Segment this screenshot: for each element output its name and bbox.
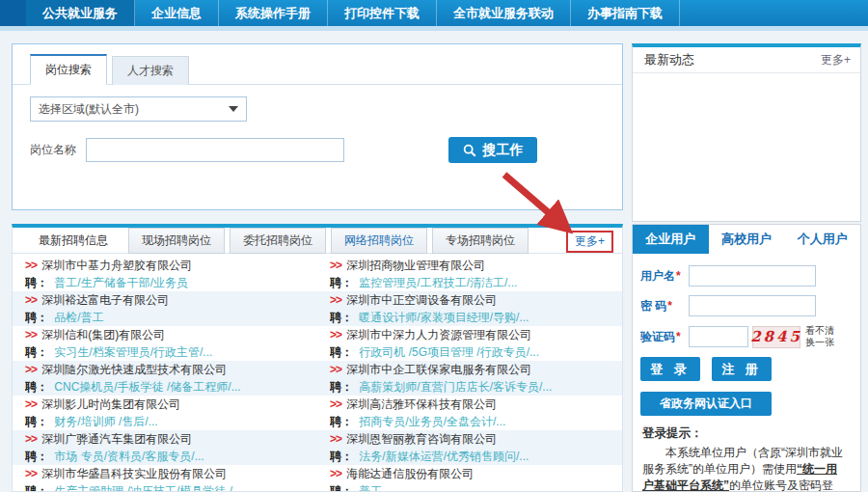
job-listing: >> 深圳市中企工联保家电服务有限公司 聘： 高薪策划师/直营门店店长/客诉专员… xyxy=(317,361,622,396)
recruitment-more-link[interactable]: 更多+ xyxy=(575,234,605,248)
item-prefix: >> xyxy=(25,467,37,480)
job-listing: >> 深圳影儿时尚集团有限公司 聘： 财务/培训师 /售后/... xyxy=(13,396,317,430)
job-titles-link[interactable]: 实习生/档案管理员/行政主管/... xyxy=(54,345,212,359)
job-titles-link[interactable]: 市场 专员/资料员/客服专员/... xyxy=(54,450,203,463)
login-tab[interactable]: 个人用户 xyxy=(784,225,860,254)
job-titles-link[interactable]: 普工/生产储备干部/业务员 xyxy=(54,276,188,289)
company-link[interactable]: 深圳市中正空调设备有限公司 xyxy=(346,293,497,307)
job-listing: >> 海能达通信股份有限公司 聘： 普工 xyxy=(317,465,622,492)
captcha-refresh-link-2[interactable]: 换一张 xyxy=(805,337,834,348)
recruitment-tab[interactable]: 专场招聘岗位 xyxy=(432,228,529,254)
nav-item[interactable]: 打印控件下载 xyxy=(328,0,437,26)
company-link[interactable]: 深圳市中企工联保家电服务有限公司 xyxy=(346,363,531,376)
job-name-input[interactable] xyxy=(86,138,344,162)
job-listing: >> 深圳市华盛昌科技实业股份有限公司 聘： 生产主管助理 /冲压技工/模具学徒… xyxy=(13,465,317,492)
job-titles-link[interactable]: 监控管理员/工程技工/清洁工/... xyxy=(359,276,517,289)
recruitment-tabs: 最新招聘信息现场招聘岗位委托招聘岗位网络招聘岗位专场招聘岗位 更多+ xyxy=(13,228,622,254)
news-title: 最新动态 xyxy=(644,51,694,68)
job-titles-link[interactable]: 高薪策划师/直营门店店长/客诉专员/... xyxy=(359,380,552,394)
job-listing: >> 深圳市中基力舟塑胶有限公司 聘： 普工/生产储备干部/业务员 xyxy=(13,257,317,291)
job-titles-link[interactable]: 招商专员/业务员/全盘会计/... xyxy=(359,415,505,428)
job-titles-link[interactable]: 普工 xyxy=(359,484,382,492)
company-link[interactable]: 深圳隨尔激光快速成型技术有限公司 xyxy=(41,363,227,376)
username-input[interactable] xyxy=(689,265,816,287)
job-titles-link[interactable]: 品检/普工 xyxy=(54,311,103,324)
company-link[interactable]: 深圳裕达富电子有限公司 xyxy=(41,293,169,307)
recruitment-tab[interactable]: 最新招聘信息 xyxy=(26,229,121,253)
hire-label: 聘： xyxy=(25,415,48,428)
hire-label: 聘： xyxy=(330,345,353,359)
hire-label: 聘： xyxy=(330,484,353,492)
news-more-link[interactable]: 更多+ xyxy=(821,52,851,68)
login-panel: 企业用户高校用户个人用户 用户名* 密 码* 验证码* 2845 看不清 换一张… xyxy=(632,224,861,492)
register-button[interactable]: 注 册 xyxy=(712,357,772,381)
job-search-panel: 岗位搜索人才搜索 选择区域(默认全市) 岗位名称 搜工作 xyxy=(12,43,623,210)
region-select[interactable]: 选择区域(默认全市) xyxy=(30,96,247,122)
required-mark: * xyxy=(676,269,681,283)
item-prefix: >> xyxy=(25,293,37,307)
hire-label: 聘： xyxy=(330,415,353,428)
company-link[interactable]: 深圳信和(集团)有限公司 xyxy=(41,328,165,342)
hire-label: 聘： xyxy=(25,276,48,289)
job-listing: >> 深圳市中正空调设备有限公司 聘： 暖通设计师/家装项目经理/导购/... xyxy=(317,291,622,326)
company-link[interactable]: 海能达通信股份有限公司 xyxy=(346,467,474,480)
job-titles-link[interactable]: CNC操机员/手板学徒 /储备工程师/... xyxy=(54,380,240,394)
gov-portal-button[interactable]: 省政务网认证入口 xyxy=(640,392,772,416)
recruitment-tab[interactable]: 现场招聘岗位 xyxy=(128,228,225,254)
login-tab[interactable]: 高校用户 xyxy=(709,225,785,254)
company-link[interactable]: 深圳市华盛昌科技实业股份有限公司 xyxy=(41,467,227,480)
region-select-value: 选择区域(默认全市) xyxy=(39,101,139,118)
company-link[interactable]: 深圳高洁雅环保科技有限公司 xyxy=(346,397,497,411)
login-tips: 登录提示： 本系统单位用户（含原“深圳市就业服务系统”的单位用户）需使用“统一用… xyxy=(640,416,853,492)
required-mark: * xyxy=(676,330,681,343)
company-link[interactable]: 深圳影儿时尚集团有限公司 xyxy=(41,397,180,411)
company-link[interactable]: 深圳市中深力人力资源管理有限公司 xyxy=(346,328,531,342)
chevron-down-icon xyxy=(229,106,238,112)
login-tips-title: 登录提示： xyxy=(642,425,847,442)
job-titles-link[interactable]: 暖通设计师/家装项目经理/导购/... xyxy=(359,311,529,324)
search-tab[interactable]: 岗位搜索 xyxy=(30,54,107,85)
recruitment-tab[interactable]: 委托招聘岗位 xyxy=(230,228,326,254)
hire-label: 聘： xyxy=(330,450,353,463)
search-icon xyxy=(463,144,476,157)
nav-item[interactable]: 企业信息 xyxy=(135,0,219,26)
search-tab[interactable]: 人才搜索 xyxy=(112,56,189,85)
job-listing: >> 深圳恩智丽教育咨询有限公司 聘： 法务/新媒体运营/优秀销售顾问/... xyxy=(317,430,622,465)
company-link[interactable]: 深圳广骅通汽车集团有限公司 xyxy=(41,432,192,446)
job-titles-link[interactable]: 生产主管助理 /冲压技工/模具学徒 /... xyxy=(54,484,242,492)
job-name-label: 岗位名称 xyxy=(30,142,76,158)
item-prefix: >> xyxy=(330,259,341,272)
login-tips-paragraph: 本系统单位用户（含原“深圳市就业服务系统”的单位用户）需使用“统一用户基础平台系… xyxy=(642,445,847,492)
job-titles-link[interactable]: 行政司机 /5G项目管理 /行政专员/... xyxy=(359,345,539,359)
job-titles-link[interactable]: 法务/新媒体运营/优秀销售顾问/... xyxy=(359,450,529,463)
company-link[interactable]: 深圳招商物业管理有限公司 xyxy=(346,259,485,272)
item-prefix: >> xyxy=(25,259,37,272)
search-job-button[interactable]: 搜工作 xyxy=(448,137,537,163)
username-label: 用户名* xyxy=(640,268,689,285)
item-prefix: >> xyxy=(330,363,341,376)
nav-item[interactable]: 公共就业服务 xyxy=(26,0,135,26)
top-nav: 公共就业服务企业信息系统操作手册打印控件下载全市就业服务联动办事指南下载 xyxy=(0,0,868,26)
nav-item[interactable]: 全市就业服务联动 xyxy=(437,0,571,26)
captcha-image: 2845 xyxy=(752,326,800,348)
item-prefix: >> xyxy=(25,432,37,446)
captcha-label: 验证码* xyxy=(640,329,689,345)
captcha-refresh-link-1[interactable]: 看不清 xyxy=(805,325,834,337)
recruitment-tab[interactable]: 网络招聘岗位 xyxy=(331,228,427,254)
hire-label: 聘： xyxy=(25,311,48,324)
item-prefix: >> xyxy=(330,293,341,307)
login-button[interactable]: 登 录 xyxy=(640,357,700,381)
job-titles-link[interactable]: 财务/培训师 /售后/... xyxy=(54,415,157,428)
item-prefix: >> xyxy=(330,432,341,446)
nav-item[interactable]: 系统操作手册 xyxy=(219,0,328,26)
nav-substrip xyxy=(0,26,868,31)
hire-label: 聘： xyxy=(25,484,48,492)
latest-news-panel: 最新动态 更多+ xyxy=(632,43,861,222)
login-tab[interactable]: 企业用户 xyxy=(633,225,709,254)
captcha-input[interactable] xyxy=(689,326,748,347)
hire-label: 聘： xyxy=(25,345,48,359)
company-link[interactable]: 深圳市中基力舟塑胶有限公司 xyxy=(41,259,192,272)
nav-item[interactable]: 办事指南下载 xyxy=(571,0,680,26)
company-link[interactable]: 深圳恩智丽教育咨询有限公司 xyxy=(346,432,497,446)
password-input[interactable] xyxy=(689,295,816,316)
